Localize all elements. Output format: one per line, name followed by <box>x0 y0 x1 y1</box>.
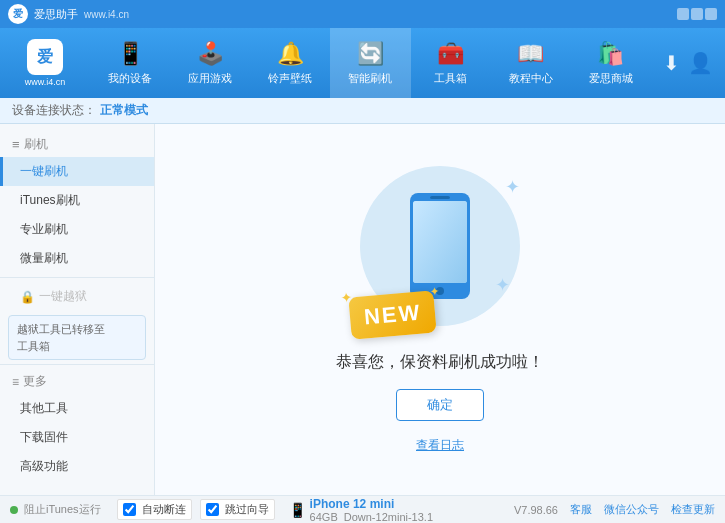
nav-right: ⬇ 👤 <box>651 28 725 98</box>
sidebar-pro-flash[interactable]: 专业刷机 <box>0 215 154 244</box>
nav-shop[interactable]: 🛍️ 爱思商城 <box>571 28 651 98</box>
nav-apps-games[interactable]: 🕹️ 应用游戏 <box>170 28 250 98</box>
flash-icon: 🔄 <box>357 41 384 67</box>
minimize-btn[interactable] <box>677 8 689 20</box>
svg-rect-4 <box>430 196 450 199</box>
nav-ringtones[interactable]: 🔔 铃声壁纸 <box>250 28 330 98</box>
sidebar: ≡ 刷机 一键刷机 iTunes刷机 专业刷机 微量刷机 🔒 一键越狱 越狱工具… <box>0 124 155 495</box>
nav-toolbox[interactable]: 🧰 工具箱 <box>411 28 491 98</box>
brand: 爱 www.i4.cn <box>0 28 90 98</box>
skip-wizard-label: 跳过向导 <box>225 502 269 517</box>
history-link[interactable]: 查看日志 <box>416 437 464 454</box>
badge-star-right: ✦ <box>429 283 440 298</box>
app-logo: 爱 <box>8 4 28 24</box>
window-controls[interactable] <box>677 8 717 20</box>
nav-smart-flash-label: 智能刷机 <box>348 71 392 86</box>
nav-toolbox-label: 工具箱 <box>434 71 467 86</box>
statusbar: 设备连接状态： 正常模式 <box>0 98 725 124</box>
new-badge: ✦ NEW ✦ <box>348 290 437 339</box>
nav-smart-flash[interactable]: 🔄 智能刷机 <box>330 28 410 98</box>
sidebar-one-key-flash[interactable]: 一键刷机 <box>0 157 154 186</box>
badge-text: NEW <box>363 299 422 329</box>
device-model: Down-12mini-13.1 <box>344 511 433 523</box>
brand-logo: 爱 <box>27 39 63 75</box>
sidebar-divider2 <box>0 364 154 365</box>
device-name: iPhone 12 mini <box>310 497 433 511</box>
itunes-status-dot <box>10 506 18 514</box>
more-icon: ≡ <box>12 375 19 389</box>
checkbox-group-2: 跳过向导 <box>200 499 275 520</box>
close-btn[interactable] <box>705 8 717 20</box>
phone-svg <box>405 191 475 301</box>
nav-tutorial-label: 教程中心 <box>509 71 553 86</box>
phone-icon: 📱 <box>117 41 144 67</box>
maximize-btn[interactable] <box>691 8 703 20</box>
nav-items: 📱 我的设备 🕹️ 应用游戏 🔔 铃声壁纸 🔄 智能刷机 🧰 工具箱 📖 教程中… <box>90 28 651 98</box>
phone-badge: ✦ ✦ ✦ NEW ✦ <box>350 166 530 336</box>
auto-disconnect-label: 自动断连 <box>142 502 186 517</box>
wechat-link[interactable]: 微信公众号 <box>604 502 659 517</box>
content-area: ✦ ✦ ✦ NEW ✦ 恭喜您，保资料刷机成功啦！ 确定 查看日志 <box>155 124 725 495</box>
flash-section-title: ≡ 刷机 <box>0 132 154 157</box>
device-icon: 📱 <box>289 502 306 518</box>
toolbox-icon: 🧰 <box>437 41 464 67</box>
titlebar-left: 爱 爱思助手 www.i4.cn <box>8 4 129 24</box>
navbar: 爱 www.i4.cn 📱 我的设备 🕹️ 应用游戏 🔔 铃声壁纸 🔄 智能刷机… <box>0 28 725 98</box>
games-icon: 🕹️ <box>197 41 224 67</box>
nav-tutorial[interactable]: 📖 教程中心 <box>491 28 571 98</box>
main-layout: ≡ 刷机 一键刷机 iTunes刷机 专业刷机 微量刷机 🔒 一键越狱 越狱工具… <box>0 124 725 495</box>
jailbreak-note: 越狱工具已转移至 工具箱 <box>8 315 146 360</box>
flash-section-icon: ≡ <box>12 137 20 152</box>
brand-subtitle: www.i4.cn <box>25 77 66 87</box>
user-btn[interactable]: 👤 <box>688 51 713 75</box>
sparkle1: ✦ <box>505 176 520 198</box>
bottom-right: V7.98.66 客服 微信公众号 检查更新 <box>514 502 715 517</box>
nav-apps-label: 应用游戏 <box>188 71 232 86</box>
nav-shop-label: 爱思商城 <box>589 71 633 86</box>
bottombar: 阻止iTunes运行 自动断连 跳过向导 📱 iPhone 12 mini 64… <box>0 495 725 523</box>
confirm-button[interactable]: 确定 <box>396 389 484 421</box>
more-section-title: ≡ 更多 <box>0 369 154 394</box>
sidebar-download-firmware[interactable]: 下载固件 <box>0 423 154 452</box>
tutorial-icon: 📖 <box>517 41 544 67</box>
itunes-status-label: 阻止iTunes运行 <box>24 502 101 517</box>
ringtones-icon: 🔔 <box>277 41 304 67</box>
sidebar-advanced[interactable]: 高级功能 <box>0 452 154 481</box>
titlebar-url: www.i4.cn <box>84 9 129 20</box>
device-storage: 64GB <box>310 511 338 523</box>
nav-ringtones-label: 铃声壁纸 <box>268 71 312 86</box>
nav-my-device[interactable]: 📱 我的设备 <box>90 28 170 98</box>
device-details: iPhone 12 mini 64GB Down-12mini-13.1 <box>310 497 433 523</box>
skip-wizard-checkbox[interactable] <box>206 503 219 516</box>
sidebar-divider1 <box>0 277 154 278</box>
shop-icon: 🛍️ <box>597 41 624 67</box>
nav-my-device-label: 我的设备 <box>108 71 152 86</box>
sidebar-other-tools[interactable]: 其他工具 <box>0 394 154 423</box>
titlebar: 爱 爱思助手 www.i4.cn <box>0 0 725 28</box>
lock-icon: 🔒 <box>20 290 35 304</box>
sidebar-itunes-flash[interactable]: iTunes刷机 <box>0 186 154 215</box>
success-title: 恭喜您，保资料刷机成功啦！ <box>336 352 544 373</box>
status-prefix: 设备连接状态： <box>12 102 96 119</box>
sparkle2: ✦ <box>495 274 510 296</box>
check-update-link[interactable]: 检查更新 <box>671 502 715 517</box>
auto-disconnect-checkbox[interactable] <box>123 503 136 516</box>
jailbreak-section-title: 🔒 一键越狱 <box>0 282 154 311</box>
checkbox-group-1: 自动断连 <box>117 499 192 520</box>
status-value: 正常模式 <box>100 102 148 119</box>
titlebar-title: 爱思助手 <box>34 7 78 22</box>
sidebar-micro-flash[interactable]: 微量刷机 <box>0 244 154 273</box>
download-btn[interactable]: ⬇ <box>663 51 680 75</box>
device-info: 📱 iPhone 12 mini 64GB Down-12mini-13.1 <box>289 497 433 523</box>
bottom-status-left: 阻止iTunes运行 <box>10 502 101 517</box>
version-label: V7.98.66 <box>514 504 558 516</box>
bottom-left: 阻止iTunes运行 自动断连 跳过向导 📱 iPhone 12 mini 64… <box>10 497 433 523</box>
svg-rect-2 <box>413 201 467 283</box>
badge-stars: ✦ <box>340 289 353 306</box>
success-illustration: ✦ ✦ ✦ NEW ✦ 恭喜您，保资料刷机成功啦！ 确定 查看日志 <box>336 166 544 454</box>
service-link[interactable]: 客服 <box>570 502 592 517</box>
